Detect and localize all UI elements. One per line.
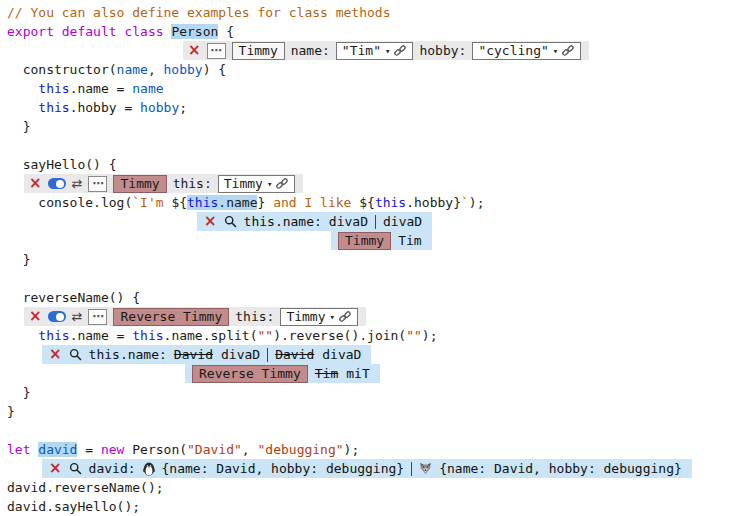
sayhello-probe-row1: × this.name: divaD divaD	[197, 212, 749, 231]
close-icon[interactable]: ×	[49, 347, 62, 362]
code-line-sayhello-close: }	[7, 250, 749, 269]
this-value-dropdown[interactable]: Timmy ▾	[280, 308, 358, 326]
code-token: .name =	[70, 328, 133, 343]
code-token: );	[344, 442, 360, 457]
code-token: ).reverse().join(	[273, 328, 406, 343]
reversename-example-strip: × ⇄ ⋯ Reverse Timmy this: Timmy ▾	[24, 307, 366, 326]
sayhello-example-widget: × ⇄ ⋯ Timmy this: Timmy ▾	[24, 174, 749, 193]
code-token: }	[453, 195, 461, 210]
code-token: export default class	[7, 24, 171, 39]
code-token: this	[132, 328, 163, 343]
code-token: ) {	[203, 62, 226, 77]
code-token: ${	[359, 195, 375, 210]
code-token: ,	[148, 62, 164, 77]
example-name-box[interactable]: Reverse Timmy	[113, 308, 229, 326]
blank-line	[7, 421, 749, 440]
blank-line	[7, 136, 749, 155]
code-token: `I'm	[132, 195, 171, 210]
code-token: .name.split(	[164, 328, 258, 343]
link-icon[interactable]	[339, 310, 352, 323]
chevron-down-icon: ▾	[267, 176, 272, 192]
code-token: }	[7, 119, 30, 134]
close-icon[interactable]: ×	[29, 176, 42, 191]
code-token: .hobby	[406, 195, 453, 210]
old-value: David	[275, 347, 314, 362]
magnifier-icon[interactable]	[69, 462, 82, 475]
code-token: hobby	[140, 100, 179, 115]
close-icon[interactable]: ×	[204, 214, 217, 229]
code-token: david.sayHello();	[7, 499, 140, 514]
probe-label: this.name:	[89, 345, 167, 364]
example-name-box[interactable]: Timmy	[113, 175, 166, 193]
code-line-reversename-close: }	[7, 383, 749, 402]
new-value: divaD	[221, 347, 260, 362]
more-options-button[interactable]: ⋯	[88, 309, 107, 325]
code-line-reversename-decl: reverseName() {	[7, 288, 749, 307]
code-token: this	[375, 195, 406, 210]
reversename-probe-row2: Reverse Timmy TimmiT	[185, 364, 749, 383]
link-icon[interactable]	[394, 44, 407, 57]
wolf-icon	[419, 462, 432, 475]
swap-icon[interactable]: ⇄	[72, 177, 83, 190]
dropdown-value: "cycling"	[478, 43, 548, 59]
code-token: ;	[179, 100, 187, 115]
more-options-button[interactable]: ⋯	[207, 43, 226, 59]
code-line-class-decl: export default class Person {	[7, 22, 749, 41]
code-line-ctor: constructor(name, hobby) {	[7, 60, 749, 79]
probe-value-pair: TimmiT	[315, 364, 370, 383]
probe-value-pair: DaviddivaD	[174, 345, 260, 364]
code-editor[interactable]: // You can also define examples for clas…	[0, 0, 749, 516]
code-token: "debugging"	[258, 442, 344, 457]
example-name-box[interactable]: Timmy	[232, 42, 285, 60]
dropdown-value: Timmy	[224, 176, 263, 192]
code-line-call-sayhello: david.sayHello();	[7, 497, 749, 516]
code-token: "David"	[187, 442, 242, 457]
close-icon[interactable]: ×	[188, 43, 201, 58]
this-name-highlight: this	[187, 195, 218, 210]
code-token: let	[7, 442, 38, 457]
toggle-switch[interactable]	[48, 178, 66, 189]
code-token: ${	[171, 195, 187, 210]
toggle-switch[interactable]	[48, 311, 66, 322]
example-name-box[interactable]: Reverse Timmy	[192, 365, 308, 383]
code-token: new	[101, 442, 124, 457]
chevron-down-icon: ▾	[330, 309, 335, 325]
magnifier-icon[interactable]	[69, 348, 82, 361]
code-token: ""	[257, 328, 273, 343]
probe-box: × david: {name: David, hobby: debugging}…	[42, 459, 692, 478]
code-token: console.log(	[7, 195, 132, 210]
code-token: hobby	[164, 62, 203, 77]
probe-value: divaD	[329, 212, 368, 231]
code-token: name	[117, 62, 148, 77]
code-line-console: console.log(`I'm ${this.name} and I like…	[7, 193, 749, 212]
hobby-value-dropdown[interactable]: "cycling" ▾	[472, 42, 581, 60]
code-token	[7, 100, 38, 115]
code-line-reverse: this.name = this.name.split("").reverse(…	[7, 326, 749, 345]
chevron-down-icon: ▾	[553, 43, 558, 59]
magnifier-icon[interactable]	[224, 215, 237, 228]
more-options-button[interactable]: ⋯	[88, 176, 107, 192]
swap-icon[interactable]: ⇄	[72, 310, 83, 323]
probe-box: Timmy Tim	[331, 231, 432, 250]
code-token: .hobby =	[70, 100, 140, 115]
code-token: constructor(	[7, 62, 117, 77]
code-line-assign-name: this.name = name	[7, 79, 749, 98]
probe-value: divaD	[383, 212, 422, 231]
value-separator	[411, 462, 412, 476]
name-value-dropdown[interactable]: "Tim" ▾	[336, 42, 414, 60]
link-icon[interactable]	[276, 177, 289, 190]
link-icon[interactable]	[562, 44, 575, 57]
param-hobby-label: hobby:	[419, 43, 466, 59]
code-token: name	[132, 81, 163, 96]
close-icon[interactable]: ×	[29, 309, 42, 324]
blank-line	[7, 269, 749, 288]
probe-result: Tim	[398, 231, 421, 250]
code-token: }	[7, 404, 15, 419]
comment-text: // You can also define examples for clas…	[7, 5, 391, 20]
this-value-dropdown[interactable]: Timmy ▾	[218, 175, 296, 193]
close-icon[interactable]: ×	[49, 461, 62, 476]
example-name-box[interactable]: Timmy	[338, 232, 391, 250]
probe-box: Reverse Timmy TimmiT	[185, 364, 380, 383]
value-separator	[267, 348, 268, 362]
reversename-probe-row1: × this.name: DaviddivaD DaviddivaD	[42, 345, 749, 364]
